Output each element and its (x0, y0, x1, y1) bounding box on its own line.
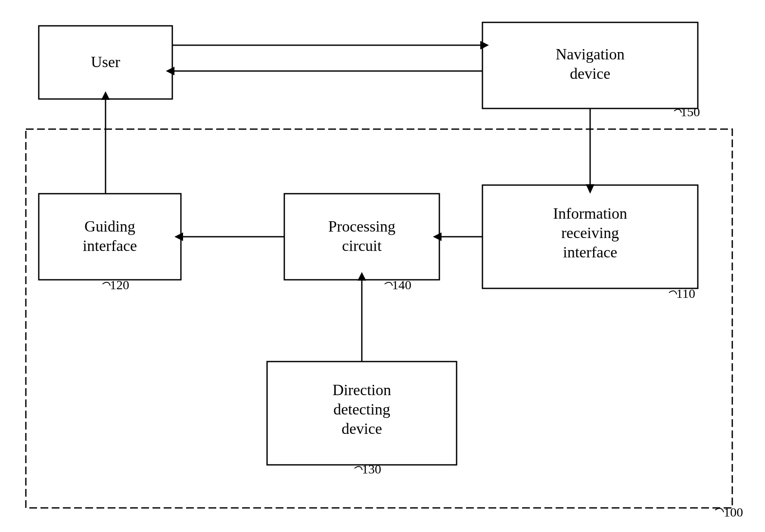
guiding-interface-box (39, 194, 181, 280)
nav-device-ref: 150 (681, 105, 700, 119)
processing-circuit-label-line1: Processing (328, 218, 395, 235)
direction-detecting-ref: 130 (362, 462, 381, 476)
diagram-container: 100 User Navigation device 150 Guiding i… (0, 0, 765, 532)
navigation-device-label-line2: device (570, 65, 610, 82)
direction-detecting-label-line2: detecting (333, 401, 390, 418)
processing-circuit-label-line2: circuit (342, 237, 382, 254)
processing-circuit-ref: 140 (392, 278, 411, 292)
info-receiving-label-line2: receiving (561, 224, 619, 241)
direction-detecting-label-line3: device (342, 420, 382, 437)
info-receiving-label-line1: Information (553, 205, 627, 222)
info-receiving-ref: 110 (676, 286, 695, 300)
direction-detecting-label-line1: Direction (333, 381, 391, 399)
processing-circuit-box (284, 194, 439, 280)
info-receiving-label-line3: interface (563, 244, 617, 261)
system-ref-label: 100 (724, 505, 743, 519)
navigation-device-label-line1: Navigation (556, 46, 625, 63)
guiding-interface-label-line1: Guiding (84, 218, 135, 235)
guiding-interface-ref: 120 (110, 278, 129, 292)
user-label: User (91, 53, 120, 71)
guiding-interface-label-line2: interface (83, 237, 137, 254)
